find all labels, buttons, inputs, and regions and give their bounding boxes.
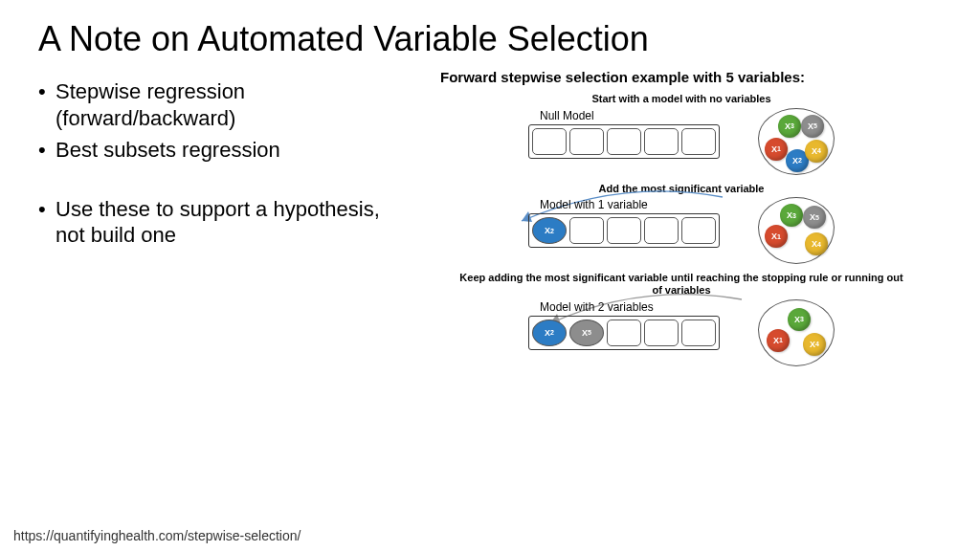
variable-pool: X1X3X4X5 xyxy=(758,197,835,264)
model-slot xyxy=(644,320,679,346)
bullet-list: Stepwise regression (forward/backward) B… xyxy=(38,69,402,374)
bullet-item: Best subsets regression xyxy=(38,137,402,164)
variable-ball: X3 xyxy=(778,115,801,138)
model-slot xyxy=(607,320,641,346)
slide-title: A Note on Automated Variable Selection xyxy=(0,0,980,69)
model-slot xyxy=(607,128,641,155)
diagram-step-1: Start with a model with no variables Nul… xyxy=(421,93,942,175)
model-slot xyxy=(681,217,716,244)
model-slot xyxy=(681,320,716,346)
variable-ball: X4 xyxy=(805,140,828,163)
variable-ball: X4 xyxy=(803,333,826,356)
diagram-title: Forward stepwise selection example with … xyxy=(440,69,942,85)
variable-ball: X3 xyxy=(788,308,811,331)
diagram: Forward stepwise selection example with … xyxy=(421,69,942,374)
model-slot xyxy=(569,217,604,244)
model-slot-filled: X2 xyxy=(532,320,567,346)
variable-pool: X1X2X3X4X5 xyxy=(758,108,835,175)
model-box xyxy=(528,124,720,159)
variable-ball: X1 xyxy=(767,329,790,352)
diagram-step-3: Keep adding the most significant variabl… xyxy=(421,272,942,365)
variable-ball: X1 xyxy=(765,225,788,248)
model-slot xyxy=(569,128,604,155)
step-caption: Start with a model with no variables xyxy=(421,93,942,105)
slide-body: Stepwise regression (forward/backward) B… xyxy=(0,69,980,374)
model-label: Model with 1 variable xyxy=(540,198,648,211)
model-box: X2 X5 xyxy=(528,316,720,350)
model-slot-filled: X2 xyxy=(532,217,567,244)
model-slot-filled: X5 xyxy=(569,320,604,346)
variable-ball: X1 xyxy=(765,138,788,161)
bullet-item: Stepwise regression (forward/backward) xyxy=(38,78,402,131)
step-caption: Add the most significant variable xyxy=(421,183,942,195)
variable-ball: X5 xyxy=(803,206,826,229)
bullet-item: Use these to support a hypothesis, not b… xyxy=(38,196,402,249)
model-slot xyxy=(532,128,567,155)
variable-ball: X4 xyxy=(805,232,828,255)
model-label: Model with 2 variables xyxy=(540,300,654,314)
model-slot xyxy=(644,217,679,244)
model-box: X2 xyxy=(528,213,720,248)
model-slot xyxy=(644,128,679,155)
source-url: https://quantifyinghealth.com/stepwise-s… xyxy=(13,528,301,543)
variable-ball: X3 xyxy=(780,204,803,227)
variable-pool: X1X3X4 xyxy=(758,299,835,366)
model-slot xyxy=(607,217,641,244)
variable-ball: X5 xyxy=(801,115,824,138)
model-slot xyxy=(681,128,716,155)
step-caption: Keep adding the most significant variabl… xyxy=(421,272,942,296)
diagram-step-2: Add the most significant variable Model … xyxy=(421,183,942,265)
model-label: Null Model xyxy=(540,109,594,122)
